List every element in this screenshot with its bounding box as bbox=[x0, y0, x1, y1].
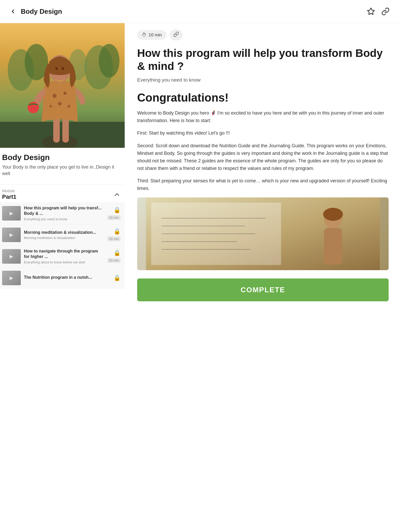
module-section: Module Part1 ▶ Ho bbox=[0, 184, 125, 288]
hero-image bbox=[0, 23, 125, 148]
lesson-thumbnail: ▶ bbox=[2, 271, 21, 285]
svg-point-26 bbox=[323, 208, 343, 221]
svg-rect-10 bbox=[62, 117, 69, 143]
share-button[interactable] bbox=[380, 6, 391, 17]
lesson-list: ▶ How this program will help you transf.… bbox=[0, 202, 125, 288]
article-title: How this program will help you transform… bbox=[137, 47, 389, 73]
module-label: Module bbox=[2, 189, 16, 193]
module-info: Module Part1 bbox=[2, 189, 16, 200]
duration-pill: ⏱ 10 min bbox=[137, 30, 167, 40]
lesson-meta: 🔒 20 min bbox=[107, 250, 121, 263]
module-name: Part1 bbox=[2, 194, 16, 200]
header-right bbox=[366, 6, 391, 17]
lesson-title: How this program will help you transf...… bbox=[24, 205, 104, 216]
module-collapse-icon[interactable] bbox=[113, 191, 121, 198]
meta-bar: ⏱ 10 min bbox=[137, 29, 389, 41]
svg-rect-25 bbox=[324, 228, 342, 264]
lesson-text: Morning meditation & visualization... Mo… bbox=[24, 230, 104, 240]
lesson-title: The Nutrition program in a nutsh... bbox=[24, 275, 110, 280]
lesson-thumbnail: ▶ bbox=[2, 206, 21, 221]
lock-icon: 🔒 bbox=[114, 275, 121, 281]
lock-icon: 🔒 bbox=[114, 228, 121, 235]
play-icon: ▶ bbox=[10, 275, 13, 281]
duration-badge: 20 min bbox=[107, 258, 121, 263]
body-paragraph-3: Second: Scroll down and download the Nut… bbox=[137, 142, 389, 172]
svg-point-14 bbox=[49, 105, 52, 108]
bookmark-button[interactable] bbox=[366, 6, 376, 17]
svg-rect-9 bbox=[53, 117, 60, 143]
article-body: Welcome to Body Design you hero 🦸 I'm so… bbox=[137, 109, 389, 192]
program-info: Body Design Your Body is the only place … bbox=[0, 148, 125, 180]
congrats-title: Congratulations! bbox=[137, 91, 389, 104]
play-icon: ▶ bbox=[10, 254, 13, 259]
body-paragraph-1: Welcome to Body Design you hero 🦸 I'm so… bbox=[137, 109, 389, 124]
lesson-meta: 🔒 10 min bbox=[107, 207, 121, 220]
program-title: Body Design bbox=[2, 153, 118, 162]
link-button[interactable] bbox=[170, 29, 183, 41]
play-icon: ▶ bbox=[10, 210, 13, 216]
body-paragraph-2: First: Start by watching this video! Let… bbox=[137, 129, 389, 137]
lesson-desc: Everything about to know before we start bbox=[24, 260, 104, 264]
svg-point-15 bbox=[67, 105, 70, 108]
svg-point-13 bbox=[58, 102, 62, 105]
duration-badge: 20 min bbox=[107, 236, 121, 241]
lesson-item[interactable]: ▶ How to navigate through the program fo… bbox=[0, 245, 125, 268]
back-button[interactable] bbox=[8, 7, 18, 16]
duration-text: 10 min bbox=[149, 32, 162, 38]
lesson-text: How this program will help you transf...… bbox=[24, 205, 104, 221]
module-header[interactable]: Module Part1 bbox=[0, 184, 125, 202]
header-left: Body Design bbox=[8, 7, 62, 16]
svg-point-19 bbox=[55, 67, 58, 70]
clock-icon: ⏱ bbox=[142, 32, 147, 38]
svg-point-12 bbox=[63, 92, 66, 95]
duration-badge: 10 min bbox=[107, 215, 121, 220]
svg-point-21 bbox=[59, 81, 61, 82]
lesson-item[interactable]: ▶ The Nutrition program in a nutsh... 🔒 bbox=[0, 268, 125, 289]
video-thumbnail[interactable] bbox=[137, 197, 389, 270]
lesson-text: The Nutrition program in a nutsh... bbox=[24, 275, 110, 281]
lock-icon: 🔒 bbox=[114, 250, 121, 256]
lesson-text: How to navigate through the program for … bbox=[24, 249, 104, 264]
svg-point-5 bbox=[99, 44, 119, 78]
lesson-item[interactable]: ▶ Morning meditation & visualization... … bbox=[0, 224, 125, 245]
app-header: Body Design bbox=[0, 0, 399, 23]
left-panel: Body Design Your Body is the only place … bbox=[0, 23, 125, 289]
svg-marker-0 bbox=[368, 8, 375, 15]
main-layout: Body Design Your Body is the only place … bbox=[0, 23, 399, 517]
play-icon: ▶ bbox=[10, 232, 13, 238]
lesson-title: Morning meditation & visualization... bbox=[24, 230, 104, 235]
lesson-desc: Everything you need to know bbox=[24, 217, 104, 221]
lesson-meta: 🔒 20 min bbox=[107, 228, 121, 241]
article-tagline: Everything you need to know bbox=[137, 77, 389, 83]
right-panel: ⏱ 10 min How this program will help you … bbox=[125, 23, 399, 517]
body-paragraph-4: Third: Start preparing your senses for w… bbox=[137, 177, 389, 192]
lock-icon: 🔒 bbox=[114, 207, 121, 214]
complete-button[interactable]: COMPLETE bbox=[137, 278, 389, 301]
header-title: Body Design bbox=[21, 8, 62, 16]
lesson-thumbnail: ▶ bbox=[2, 249, 21, 264]
lesson-title: How to navigate through the program for … bbox=[24, 249, 104, 260]
lesson-thumbnail: ▶ bbox=[2, 228, 21, 242]
lesson-item[interactable]: ▶ How this program will help you transf.… bbox=[0, 202, 125, 224]
svg-point-11 bbox=[52, 94, 57, 98]
svg-point-20 bbox=[62, 67, 64, 70]
lesson-desc: Morning meditation & visualization bbox=[24, 236, 104, 240]
lesson-meta: 🔒 bbox=[114, 275, 121, 281]
program-subtitle: Your Body is the only place you get to l… bbox=[2, 164, 118, 177]
